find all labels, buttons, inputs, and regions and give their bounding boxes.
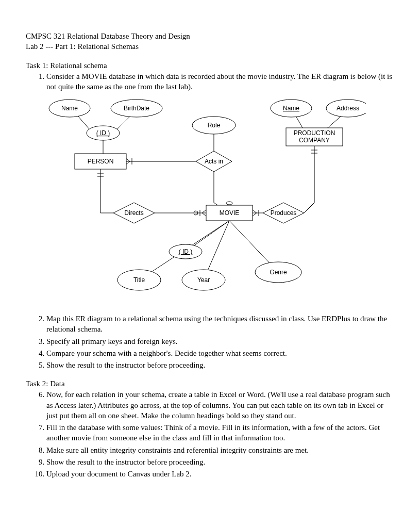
rel-acts-in: Acts in	[205, 158, 223, 165]
task2-item-9: Show the result to the instructor before…	[46, 457, 394, 467]
task1-list: Consider a MOVIE database in which data …	[37, 71, 394, 92]
task1-item-2: Map this ER diagram to a relational sche…	[46, 314, 394, 335]
svg-point-5	[226, 202, 232, 205]
er-diagram: PERSON MOVIE PRODUCTION COMPANY Acts in …	[36, 97, 366, 308]
attr-person-id: ( ID )	[96, 129, 110, 137]
task2-item-7: Fill in the database with some values: T…	[46, 422, 394, 443]
attr-role: Role	[208, 122, 221, 129]
attr-person-name: Name	[61, 105, 78, 112]
task2-item-6: Now, for each relation in your schema, c…	[46, 389, 394, 421]
attr-person-birthdate: BirthDate	[124, 105, 149, 112]
entity-prodco-1: PRODUCTION	[294, 129, 335, 137]
attr-prodco-address: Address	[337, 105, 359, 112]
task1-item-3: Specify all primary keys and foreign key…	[46, 336, 394, 346]
task1-item-5: Show the result to the instructor before…	[46, 360, 394, 370]
rel-directs: Directs	[124, 209, 143, 217]
task1-item-1: Consider a MOVIE database in which data …	[46, 71, 394, 92]
attr-movie-genre: Genre	[270, 269, 287, 276]
task2-item-10: Upload your document to Canvas under Lab…	[46, 469, 394, 479]
task2-title: Task 2: Data	[26, 380, 394, 388]
course-title: CMPSC 321 Relational Database Theory and…	[26, 31, 394, 41]
attr-movie-year: Year	[197, 276, 210, 284]
rel-produces: Produces	[271, 209, 297, 217]
entity-person: PERSON	[88, 158, 114, 165]
attr-prodco-name: Name	[283, 105, 299, 112]
task1-item-4: Compare your schema with a neighbor's. D…	[46, 348, 394, 358]
document-page: CMPSC 321 Relational Database Theory and…	[0, 0, 420, 506]
task1-title: Task 1: Relational schema	[26, 61, 394, 70]
attr-movie-title: Title	[133, 276, 145, 284]
entity-movie: MOVIE	[220, 209, 240, 217]
entity-prodco-2: COMPANY	[299, 137, 330, 144]
task2-list: Now, for each relation in your schema, c…	[37, 389, 394, 479]
task2-item-8: Make sure all entity integrity constrain…	[46, 445, 394, 455]
task1-list-cont: Map this ER diagram to a relational sche…	[37, 314, 394, 370]
lab-subtitle: Lab 2 --- Part 1: Relational Schemas	[26, 41, 394, 52]
attr-movie-id: ( ID )	[179, 248, 193, 255]
